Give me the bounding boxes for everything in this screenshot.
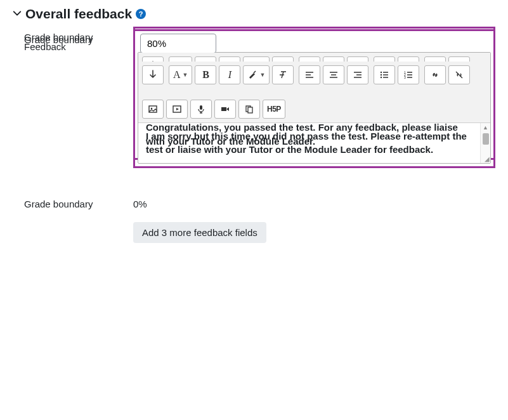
label-grade-boundary: Grade boundary xyxy=(13,194,133,209)
svg-rect-22 xyxy=(200,105,202,110)
image-button[interactable] xyxy=(142,100,164,119)
numbered-list-button[interactable]: 123 xyxy=(398,65,419,84)
label-feedback: Feedback xyxy=(13,36,133,52)
section-title: Overall feedback xyxy=(25,6,132,22)
svg-rect-25 xyxy=(248,107,252,113)
scroll-up-arrow[interactable]: ▲ xyxy=(481,123,490,132)
svg-point-20 xyxy=(151,107,153,109)
microphone-button[interactable] xyxy=(190,100,212,119)
feedback-editor: A▼ B I ▼ 123 xyxy=(138,61,491,164)
help-icon[interactable]: ? xyxy=(136,9,146,19)
styles-button[interactable]: A▼ xyxy=(169,65,192,84)
scroll-thumb[interactable] xyxy=(483,133,489,145)
add-more-fields-button[interactable]: Add 3 more feedback fields xyxy=(133,222,266,243)
align-left-button[interactable] xyxy=(299,65,320,84)
bold-button[interactable]: B xyxy=(195,65,216,84)
bullet-list-button[interactable] xyxy=(374,65,395,84)
unlink-button[interactable] xyxy=(448,65,470,84)
video-button[interactable] xyxy=(214,100,236,119)
svg-point-15 xyxy=(381,76,382,77)
resize-handle[interactable]: ◢ xyxy=(481,157,490,163)
feedback-content[interactable]: I am sorry but this time you did not pas… xyxy=(138,123,480,164)
files-button[interactable] xyxy=(238,100,260,119)
svg-rect-23 xyxy=(221,107,226,111)
grade-boundary-input[interactable] xyxy=(140,34,216,53)
grade-boundary-value: 0% xyxy=(133,194,495,211)
svg-point-13 xyxy=(381,71,382,72)
toggle-toolbar-button[interactable] xyxy=(142,65,164,84)
svg-text:3: 3 xyxy=(404,75,406,79)
chevron-down-icon xyxy=(13,9,22,19)
section-header[interactable]: Overall feedback ? xyxy=(13,6,495,22)
italic-button[interactable]: I xyxy=(219,65,240,84)
align-center-button[interactable] xyxy=(323,65,344,84)
svg-point-14 xyxy=(381,74,382,75)
editor-scrollbar[interactable]: ▲ ◢ xyxy=(480,123,490,164)
clear-format-button[interactable] xyxy=(272,65,294,84)
media-button[interactable] xyxy=(166,100,188,119)
link-button[interactable] xyxy=(424,65,446,84)
editor-toolbar: A▼ B I ▼ 123 xyxy=(138,62,490,123)
h5p-button[interactable]: H5P xyxy=(263,100,285,119)
highlight-button[interactable]: ▼ xyxy=(243,65,270,84)
feedback-highlight-frame: A▼ B I ▼ 123 xyxy=(133,27,495,169)
align-right-button[interactable] xyxy=(347,65,368,84)
